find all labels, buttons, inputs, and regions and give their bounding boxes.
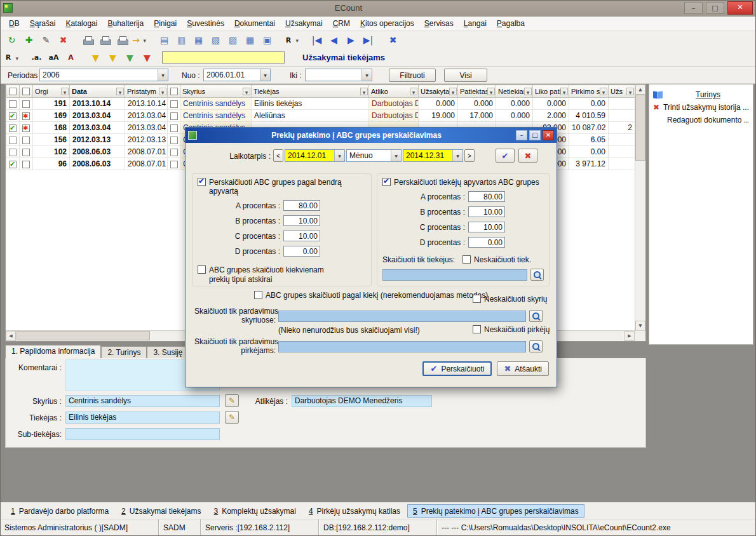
buyers-field[interactable]: [278, 341, 526, 352]
from-date-combo[interactable]: 2006.01.01: [203, 69, 271, 81]
percent-input[interactable]: 10.00: [283, 215, 320, 226]
dialog-maximize-button[interactable]: □: [529, 130, 541, 140]
grid-view-1-button[interactable]: ▤: [156, 32, 172, 48]
nav-last-button[interactable]: ▶|: [360, 32, 376, 48]
column-filter-icon[interactable]: [410, 88, 417, 95]
filter-custom-funnel-button[interactable]: ▼: [88, 50, 104, 65]
filter-clear-funnel-button[interactable]: ▼: [139, 50, 155, 65]
menu-item[interactable]: Dokumentai: [229, 17, 280, 30]
dialog-close-button[interactable]: ✕: [543, 130, 554, 140]
add-record-button[interactable]: ✚: [21, 32, 37, 48]
chevron-down-icon[interactable]: [260, 69, 270, 81]
vertical-scrollbar[interactable]: [635, 84, 645, 331]
task-tab-5[interactable]: 5 Prekių patekimo į ABC grupes perskaiči…: [407, 504, 584, 518]
chevron-down-icon[interactable]: [452, 150, 462, 161]
tab-turinys[interactable]: 2. Turinys: [101, 346, 147, 358]
suppliers-field[interactable]: [382, 269, 527, 281]
menu-item[interactable]: Kitos operacijos: [355, 17, 419, 30]
abc-by-turnover-checkbox[interactable]: Perskaičiuoti ABC grupes pagal bendrą ap…: [198, 178, 366, 196]
maximize-button[interactable]: □: [706, 2, 724, 14]
column-header-data[interactable]: Data: [70, 85, 125, 98]
column-filter-icon[interactable]: [560, 88, 568, 95]
chevron-down-icon[interactable]: [361, 69, 372, 81]
row-checkbox[interactable]: [170, 124, 178, 132]
print-button[interactable]: [80, 32, 96, 48]
chevron-down-icon[interactable]: [334, 150, 344, 161]
column-filter-icon[interactable]: [449, 88, 457, 95]
header-select-all[interactable]: [6, 85, 20, 98]
turinys-link[interactable]: Turinys: [649, 88, 753, 101]
task-tab-2[interactable]: 2 Užsakymai tiekėjams: [116, 504, 206, 518]
nav-first-button[interactable]: |◀: [309, 32, 325, 48]
column-header-netiekiar[interactable]: Netiekiar: [496, 85, 533, 98]
row-select-checkbox[interactable]: [9, 137, 17, 144]
menu-item[interactable]: CRM: [328, 17, 355, 30]
column-filter-icon[interactable]: [626, 88, 634, 95]
task-tab-3[interactable]: 3 Komplektų užsakymai: [208, 504, 302, 518]
row-select-checkbox[interactable]: [9, 112, 17, 120]
date-from-combo[interactable]: 2014.12.01: [285, 149, 345, 162]
menu-item[interactable]: Pagalba: [492, 17, 530, 30]
column-header-skyrius[interactable]: Skyrius: [180, 85, 252, 98]
grid-view-3-button[interactable]: ▦: [191, 32, 206, 48]
locate-record-button[interactable]: R: [4, 50, 20, 65]
menu-item[interactable]: Pinigai: [149, 17, 182, 30]
column-filter-icon[interactable]: [159, 88, 166, 95]
percent-input[interactable]: 0.00: [283, 246, 320, 257]
row-checkbox[interactable]: [170, 137, 178, 144]
chevron-down-icon[interactable]: [158, 69, 168, 81]
grid-view-4-button[interactable]: ▧: [208, 32, 224, 48]
row-flag-checkbox[interactable]: [22, 149, 30, 156]
column-header-uzsakyta[interactable]: Užsakyta: [419, 85, 458, 98]
skip-suppliers-checkbox[interactable]: Neskaičiuoti tiek.: [462, 255, 531, 264]
select-all-checkbox[interactable]: [9, 88, 17, 95]
dept-field[interactable]: Centrinis sandėlys: [65, 395, 220, 407]
period-next-button[interactable]: >: [464, 149, 475, 162]
scroll-left-button[interactable]: [6, 331, 16, 341]
row-checkbox[interactable]: [170, 161, 178, 168]
row-checkbox[interactable]: [170, 112, 178, 120]
period-combo[interactable]: 2006: [39, 69, 168, 81]
scroll-right-button[interactable]: [624, 331, 635, 341]
dialog-minimize-button[interactable]: –: [516, 130, 527, 140]
buyers-search-button[interactable]: [529, 340, 543, 352]
row-select-checkbox[interactable]: [9, 149, 17, 156]
departments-field[interactable]: [278, 311, 526, 322]
filter-clear-text-button[interactable]: A: [63, 50, 79, 65]
percent-input[interactable]: 10.00: [468, 206, 505, 217]
edit-record-button[interactable]: ✎: [38, 32, 54, 48]
column-filter-icon[interactable]: [524, 88, 532, 95]
table-row[interactable]: 169 2013.03.04 2013.03.04 Centrinis sand…: [6, 110, 635, 122]
column-header-orgi[interactable]: Orgi: [33, 85, 70, 98]
column-filter-icon[interactable]: [116, 88, 124, 95]
period-apply-button[interactable]: ✔: [496, 149, 515, 163]
filter-funnel-button[interactable]: ▼: [105, 50, 121, 65]
menu-item[interactable]: Servisas: [419, 17, 459, 30]
print-preview-button[interactable]: [97, 32, 113, 48]
row-flag-checkbox[interactable]: [22, 137, 30, 144]
column-header-atliko[interactable]: Atliko: [369, 85, 419, 98]
locate-record-button[interactable]: R: [284, 32, 300, 48]
percent-input[interactable]: 10.00: [468, 222, 505, 232]
row-select-checkbox[interactable]: [9, 161, 17, 168]
departments-search-button[interactable]: [529, 310, 543, 322]
filter-lowercase-button[interactable]: .a.: [29, 50, 44, 65]
header-checkbox-column[interactable]: [168, 85, 180, 98]
period-prev-button[interactable]: <: [273, 149, 283, 162]
column-filter-icon[interactable]: [243, 88, 250, 95]
edit-document-link[interactable]: Redaguoti dokumento ...: [649, 114, 753, 126]
nav-prev-button[interactable]: ◀: [326, 32, 342, 48]
percent-input[interactable]: 10.00: [283, 231, 320, 241]
row-checkbox[interactable]: [170, 149, 178, 156]
column-filter-icon[interactable]: [487, 88, 495, 95]
filter-apply-funnel-button[interactable]: ▼: [122, 50, 138, 65]
row-select-checkbox[interactable]: [9, 124, 17, 132]
menu-item[interactable]: Užsakymai: [280, 17, 328, 30]
quick-search-input[interactable]: [162, 51, 285, 64]
row-checkbox[interactable]: [170, 100, 178, 108]
row-flag-checkbox[interactable]: [22, 100, 30, 108]
performer-field[interactable]: Darbuotojas DEMO Menedžeris: [292, 395, 432, 407]
abc-by-quantity-checkbox[interactable]: ABC grupes skaičiuoti pagal kiekį (nerek…: [254, 291, 488, 300]
menu-item[interactable]: Katalogai: [60, 17, 102, 30]
column-header-pristatym[interactable]: Pristatym: [125, 85, 168, 98]
